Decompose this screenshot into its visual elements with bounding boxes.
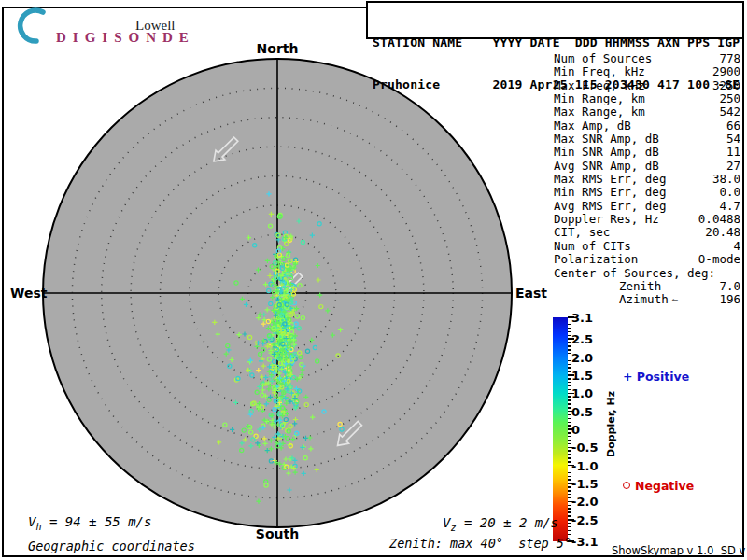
stat-row: Avg RMS Err, deg4.7 bbox=[554, 199, 740, 212]
azimuth-direction-icon: ↼ bbox=[672, 294, 679, 306]
showskymap-window: STATION NAME YYYY DATE DDD HHMMSS AXN PP… bbox=[0, 0, 747, 560]
colorbar-tick-label: 2.0 bbox=[571, 350, 593, 364]
stat-row: Avg SNR Amp, dB27 bbox=[554, 159, 740, 172]
colorbar-tick-label: 0 bbox=[571, 423, 580, 437]
doppler-colorbar bbox=[553, 317, 568, 541]
stat-row: Min RMS Err, deg0.0 bbox=[554, 185, 740, 198]
stat-value: 0.0 bbox=[719, 185, 740, 198]
colorbar-axis-label: Doppler, Hz bbox=[605, 391, 617, 457]
negative-legend-label: Negative bbox=[635, 479, 694, 493]
colorbar-tick-label: -2.0 bbox=[571, 495, 598, 509]
compass-south-label: South bbox=[256, 526, 299, 541]
stat-value: 20.48 bbox=[705, 225, 740, 238]
stat-value: 4 bbox=[733, 239, 740, 252]
stat-value: 7.0 bbox=[719, 279, 740, 292]
logo-arc-icon bbox=[7, 7, 50, 45]
negative-doppler-legend: Negative bbox=[623, 479, 694, 493]
stat-value: 27 bbox=[726, 159, 740, 172]
stat-row: Num of Sources778 bbox=[554, 51, 740, 64]
colorbar-tick-label: -3.1 bbox=[571, 535, 598, 549]
stat-value: 196 bbox=[719, 292, 740, 305]
stat-value: 542 bbox=[719, 105, 740, 118]
colorbar-tick-label: 0.5 bbox=[571, 404, 593, 418]
stat-row: Max Amp, dB66 bbox=[554, 119, 740, 132]
positive-doppler-legend: + Positive bbox=[623, 370, 689, 384]
stat-label: Max Freq, kHz bbox=[554, 78, 645, 92]
stat-value: 250 bbox=[719, 91, 740, 105]
colorbar-tick-label: 2.5 bbox=[571, 332, 593, 346]
stat-value: 778 bbox=[719, 51, 740, 64]
stat-row: Azimuth↼196 bbox=[554, 292, 740, 305]
colorbar-tick-label: -1.5 bbox=[571, 477, 598, 491]
stat-label: CIT, sec bbox=[554, 225, 610, 239]
stat-value: 66 bbox=[726, 119, 740, 132]
stat-row: Min Freq, kHz2900 bbox=[554, 64, 740, 77]
compass-east-label: East bbox=[515, 286, 547, 301]
stat-row: Max SNR Amp, dB54 bbox=[554, 132, 740, 145]
stat-value: 54 bbox=[726, 132, 740, 145]
stat-row: PolarizationO-mode bbox=[554, 252, 740, 265]
stat-label: Polarization bbox=[554, 252, 638, 266]
stat-row: Center of Sources, deg: bbox=[554, 266, 740, 279]
logo-product: DIGISONDE bbox=[56, 30, 195, 46]
header-columns: STATION NAME YYYY DATE DDD HHMMSS AXN PP… bbox=[373, 35, 740, 49]
colorbar-tick bbox=[568, 530, 571, 532]
stat-value: 38.0 bbox=[712, 172, 740, 185]
colorbar-tick bbox=[568, 328, 571, 329]
stat-label: Avg RMS Err, deg bbox=[554, 199, 666, 213]
colorbar-tick-label: 3.1 bbox=[571, 311, 593, 325]
colorbar-tick-label: -0.5 bbox=[571, 441, 598, 455]
stat-value: 0.0488 bbox=[698, 212, 740, 225]
stat-label: Min Freq, kHz bbox=[554, 64, 645, 78]
stat-row: Min Range, km250 bbox=[554, 91, 740, 105]
colorbar-tick-label: 1.5 bbox=[571, 368, 593, 382]
lowell-digisonde-logo: Lowell DIGISONDE bbox=[7, 7, 232, 45]
stat-row: Num of CITs4 bbox=[554, 239, 740, 252]
compass-north-label: North bbox=[257, 41, 299, 56]
colorbar-tick-label: 1.0 bbox=[571, 386, 593, 400]
stat-value: O-mode bbox=[698, 252, 740, 265]
coordinate-system-label: Geographic coordinates bbox=[28, 539, 195, 553]
horizontal-velocity-readout: Vh = 94 ± 55 m/s bbox=[28, 514, 151, 532]
stat-label: Doppler Res, Hz bbox=[554, 212, 659, 226]
circle-marker-icon bbox=[623, 482, 630, 489]
stat-label: Max SNR Amp, dB bbox=[554, 132, 659, 146]
colorbar-tick-label: -2.5 bbox=[571, 512, 598, 526]
stat-label: Max Range, km bbox=[554, 105, 645, 119]
stat-value: 4.7 bbox=[719, 199, 740, 212]
compass-west-label: West bbox=[10, 286, 47, 301]
stat-row: Doppler Res, Hz0.0488 bbox=[554, 212, 740, 225]
stat-value: 2900 bbox=[712, 64, 740, 77]
zenith-scale-label: Zenith: max 40° step 5° bbox=[389, 536, 571, 551]
stat-label: Num of Sources bbox=[554, 51, 652, 65]
stat-label: Min RMS Err, deg bbox=[554, 185, 666, 199]
vertical-velocity-readout: Vz = 20 ± 2 m/s bbox=[443, 515, 558, 533]
stat-label: Max RMS Err, deg bbox=[554, 172, 666, 186]
stat-label: Center of Sources, deg: bbox=[554, 266, 715, 280]
stat-label: Zenith bbox=[619, 279, 661, 293]
positive-legend-label: + Positive bbox=[623, 370, 689, 384]
measurement-stats-panel: Num of Sources778Min Freq, kHz2900Max Fr… bbox=[554, 51, 740, 306]
stat-row: Max Range, km542 bbox=[554, 105, 740, 118]
stat-row: Zenith7.0 bbox=[554, 279, 740, 292]
stat-label: Avg SNR Amp, dB bbox=[554, 159, 659, 173]
software-version-label: ShowSkymap v 1.0 SD v 5.1 bbox=[612, 544, 747, 557]
stat-value: 3250 bbox=[712, 78, 740, 91]
stat-row: Max RMS Err, deg38.0 bbox=[554, 172, 740, 185]
stat-label: Azimuth bbox=[619, 292, 669, 306]
stat-label: Min Range, km bbox=[554, 91, 645, 105]
stat-label: Num of CITs bbox=[554, 239, 631, 253]
colorbar-tick-label: -1.0 bbox=[571, 458, 598, 472]
stat-label: Min SNR Amp, dB bbox=[554, 145, 659, 159]
stat-row: Max Freq, kHz3250 bbox=[554, 78, 740, 91]
stat-value: 11 bbox=[726, 145, 740, 158]
stat-row: Min SNR Amp, dB11 bbox=[554, 145, 740, 158]
stat-row: CIT, sec20.48 bbox=[554, 225, 740, 238]
stat-label: Max Amp, dB bbox=[554, 119, 631, 133]
